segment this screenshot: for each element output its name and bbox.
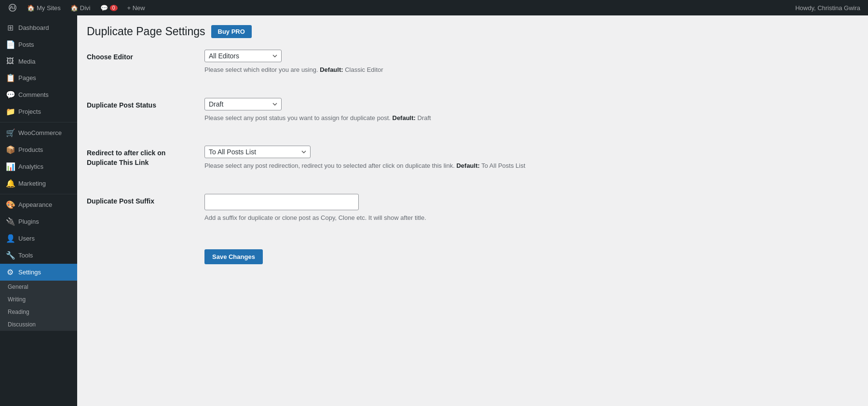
- duplicate-post-suffix-input[interactable]: [204, 194, 359, 210]
- save-changes-button[interactable]: Save Changes: [204, 249, 263, 264]
- redirect-after-click-control-col: To All Posts List To New Duplicate Post …: [204, 146, 858, 171]
- sidebar-item-analytics[interactable]: 📊 Analytics: [0, 158, 77, 175]
- choose-editor-label: Choose Editor: [87, 53, 133, 61]
- adminbar-divi[interactable]: 🏠 Divi: [67, 0, 95, 15]
- sidebar-item-products[interactable]: 📦 Products: [0, 141, 77, 158]
- sidebar-item-label: Posts: [18, 41, 34, 48]
- duplicate-post-status-control-col: Draft Publish Pending Private Please sel…: [204, 98, 858, 123]
- comment-count: 0: [110, 5, 118, 11]
- users-icon: 👤: [6, 234, 14, 243]
- redirect-after-click-hint: Please select any post redirection, redi…: [204, 161, 858, 171]
- my-sites-icon: 🏠: [27, 4, 35, 12]
- woocommerce-icon: 🛒: [6, 128, 14, 137]
- sidebar-item-label: Marketing: [18, 180, 46, 187]
- buy-pro-button[interactable]: Buy PRO: [211, 25, 252, 38]
- redirect-hint-bold: Default:: [456, 162, 479, 169]
- sidebar-item-settings[interactable]: ⚙ Settings: [0, 264, 77, 281]
- sidebar-item-appearance[interactable]: 🎨 Appearance: [0, 196, 77, 213]
- main-content: Duplicate Page Settings Buy PRO Choose E…: [77, 15, 868, 406]
- adminbar-new[interactable]: + New: [123, 0, 149, 15]
- redirect-after-click-label: Redirect to after click onDuplicate This…: [87, 149, 165, 166]
- choose-editor-hint-prefix: Please select which editor you are using…: [204, 66, 320, 73]
- sidebar-item-pages[interactable]: 📋 Pages: [0, 69, 77, 86]
- sidebar-item-comments[interactable]: 💬 Comments: [0, 86, 77, 103]
- sidebar-item-tools[interactable]: 🔧 Tools: [0, 247, 77, 264]
- choose-editor-select[interactable]: All Editors Classic Editor Gutenberg Edi…: [204, 50, 282, 62]
- tools-icon: 🔧: [6, 251, 14, 260]
- redirect-hint-prefix: Please select any post redirection, redi…: [204, 162, 456, 169]
- sidebar-item-dashboard[interactable]: ⊞ Dashboard: [0, 19, 77, 36]
- sidebar-item-label: Comments: [18, 91, 49, 98]
- submenu-item-general[interactable]: General: [0, 281, 77, 293]
- sidebar-item-marketing[interactable]: 🔔 Marketing: [0, 175, 77, 192]
- submenu-item-writing[interactable]: Writing: [0, 293, 77, 306]
- page-title: Duplicate Page Settings: [87, 25, 205, 38]
- sidebar-item-label: Projects: [18, 108, 41, 115]
- sidebar-item-plugins[interactable]: 🔌 Plugins: [0, 213, 77, 230]
- my-sites-label: My Sites: [37, 4, 61, 12]
- submenu-item-discussion[interactable]: Discussion: [0, 318, 77, 331]
- page-header: Duplicate Page Settings Buy PRO: [87, 25, 858, 38]
- choose-editor-hint: Please select which editor you are using…: [204, 65, 858, 75]
- redirect-after-click-select[interactable]: To All Posts List To New Duplicate Post …: [204, 146, 311, 158]
- choose-editor-label-col: Choose Editor: [87, 50, 193, 62]
- media-icon: 🖼: [6, 57, 14, 66]
- divi-label: Divi: [80, 4, 91, 12]
- comments-icon: 💬: [6, 90, 14, 99]
- analytics-icon: 📊: [6, 162, 14, 171]
- comment-icon: 💬: [100, 4, 108, 12]
- choose-editor-hint-bold: Default:: [320, 66, 343, 73]
- posts-icon: 📄: [6, 40, 14, 49]
- save-changes-control-col: Save Changes: [204, 249, 858, 264]
- duplicate-post-suffix-label: Duplicate Post Suffix: [87, 197, 154, 205]
- sidebar-item-label: Products: [18, 146, 43, 153]
- redirect-after-click-label-col: Redirect to after click onDuplicate This…: [87, 146, 193, 167]
- choose-editor-hint-value: Classic Editor: [343, 66, 383, 73]
- dashboard-icon: ⊞: [6, 23, 14, 32]
- sidebar-item-users[interactable]: 👤 Users: [0, 230, 77, 247]
- sidebar-item-label: Settings: [18, 269, 41, 276]
- user-greeting-text: Howdy, Christina Gwira: [795, 4, 860, 12]
- menu-divider-1: [0, 122, 77, 122]
- adminbar-my-sites[interactable]: 🏠 My Sites: [23, 0, 65, 15]
- appearance-icon: 🎨: [6, 200, 14, 209]
- duplicate-post-suffix-label-col: Duplicate Post Suffix: [87, 194, 193, 206]
- duplicate-post-status-label: Duplicate Post Status: [87, 101, 156, 109]
- sidebar-item-media[interactable]: 🖼 Media: [0, 53, 77, 69]
- duplicate-post-suffix-row: Duplicate Post Suffix Add a suffix for d…: [87, 194, 858, 234]
- sidebar-item-label: Pages: [18, 74, 36, 81]
- sidebar-item-woocommerce[interactable]: 🛒 WooCommerce: [0, 124, 77, 141]
- duplicate-post-suffix-control-col: Add a suffix for duplicate or clone post…: [204, 194, 858, 223]
- duplicate-post-status-hint-bold: Default:: [393, 114, 416, 122]
- duplicate-post-suffix-hint: Add a suffix for duplicate or clone post…: [204, 213, 858, 223]
- duplicate-post-status-row: Duplicate Post Status Draft Publish Pend…: [87, 98, 858, 135]
- sidebar-item-label: Appearance: [18, 201, 52, 208]
- adminbar-user-greeting[interactable]: Howdy, Christina Gwira: [791, 0, 864, 15]
- products-icon: 📦: [6, 145, 14, 154]
- adminbar-comments[interactable]: 💬 0: [96, 0, 122, 15]
- sidebar-item-label: Analytics: [18, 163, 43, 170]
- redirect-hint-value: To All Posts List: [480, 162, 525, 169]
- admin-bar: 🏠 My Sites 🏠 Divi 💬 0 + New Howdy, Chris…: [0, 0, 868, 15]
- sidebar-item-label: Users: [18, 235, 35, 242]
- choose-editor-control-col: All Editors Classic Editor Gutenberg Edi…: [204, 50, 858, 75]
- plugins-icon: 🔌: [6, 217, 14, 226]
- save-changes-label-spacer: [87, 249, 193, 252]
- save-changes-row: Save Changes: [87, 245, 858, 276]
- settings-icon: ⚙: [6, 268, 14, 277]
- sidebar-item-posts[interactable]: 📄 Posts: [0, 36, 77, 53]
- settings-form: Choose Editor All Editors Classic Editor…: [87, 50, 858, 276]
- menu-divider-2: [0, 194, 77, 194]
- redirect-after-click-row: Redirect to after click onDuplicate This…: [87, 146, 858, 182]
- admin-sidebar: ⊞ Dashboard 📄 Posts 🖼 Media 📋 Pages 💬 Co…: [0, 15, 77, 406]
- sidebar-item-label: Dashboard: [18, 24, 49, 31]
- duplicate-post-status-select[interactable]: Draft Publish Pending Private: [204, 98, 282, 110]
- sidebar-item-label: WooCommerce: [18, 129, 62, 136]
- adminbar-wp-logo[interactable]: [4, 0, 21, 15]
- divi-icon: 🏠: [70, 4, 78, 12]
- duplicate-post-status-label-col: Duplicate Post Status: [87, 98, 193, 110]
- sidebar-item-label: Plugins: [18, 218, 39, 225]
- submenu-item-reading[interactable]: Reading: [0, 306, 77, 318]
- projects-icon: 📁: [6, 107, 14, 116]
- sidebar-item-projects[interactable]: 📁 Projects: [0, 103, 77, 120]
